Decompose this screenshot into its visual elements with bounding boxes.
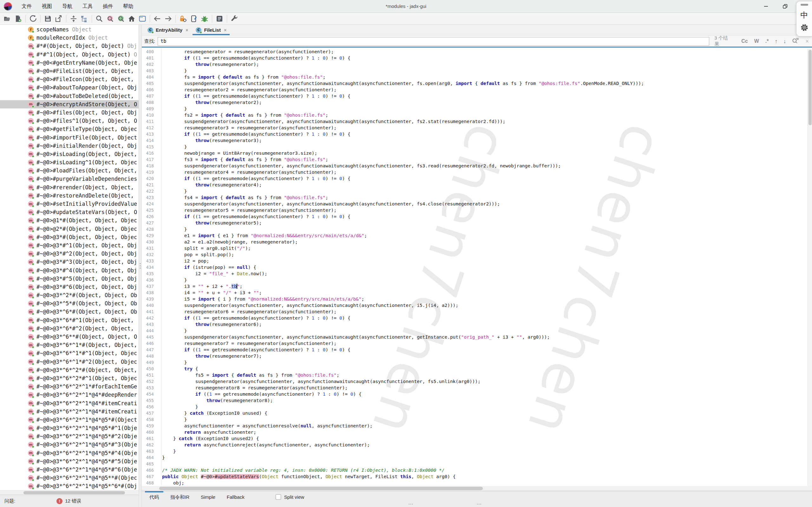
debugger-icon[interactable] [199, 14, 210, 23]
tree-item[interactable]: m#~@0>#getFileType(Object, Objec [0, 125, 139, 133]
tree-item[interactable]: m#~@0>#loadFiles(Object, Object, [0, 166, 139, 175]
code-line[interactable]: 460 return asyncfunctionenter; [142, 429, 812, 435]
code-line[interactable]: 425 resumegenerator5 = resumegenerator(a… [142, 207, 812, 213]
tree-item[interactable]: m#~@0>@3*^6*^2*^1*@4*#itemCreati [0, 399, 139, 407]
menu-item-0[interactable]: 文件 [16, 3, 37, 9]
ime-settings-gear-icon[interactable] [800, 23, 809, 33]
resize-dots-icon[interactable]: ⋯ [476, 501, 482, 507]
menu-item-3[interactable]: 工具 [77, 3, 98, 9]
tree-item[interactable]: m#~@0>@3*^6*^2*^1*@4*@5*#^4(Obje [0, 449, 139, 457]
tree-item[interactable]: m#~@0>@3*^6*^2*^1*#forEachItemGe [0, 382, 139, 391]
code-line[interactable]: 433 i2 = pop; [142, 258, 812, 264]
tree-item[interactable]: m#~@0>#files(Object, Object, Obj [0, 108, 139, 117]
class-search-icon[interactable] [115, 14, 126, 23]
scrollbar-thumb[interactable] [809, 50, 812, 125]
tree-item[interactable]: m#~@0>@3*^2*#(Object, Object, Ob [0, 291, 139, 299]
tree-item[interactable]: m#~@0>@3*^6*^2*^1*@4*@5*^6*#(Obj [0, 482, 139, 490]
code-line[interactable]: 413 if ((1 == getresumemode(asyncfunctio… [142, 131, 812, 137]
tree-item[interactable]: m#~@0>#importFile(Object, Object [0, 133, 139, 142]
code-line[interactable]: 447 if ((1 == getresumemode(asyncfunctio… [142, 347, 812, 353]
tab-close-icon[interactable]: × [185, 27, 188, 33]
tree-item[interactable]: m#~@0>#setInitiallyProvidedValue [0, 200, 139, 208]
code-line[interactable]: 407 if ((1 == getresumemode(asyncfunctio… [142, 93, 812, 99]
tree-item[interactable]: m#~@0>#isLoading^1(Object, Objec [0, 158, 139, 166]
menu-item-1[interactable]: 视图 [37, 3, 57, 9]
code-line[interactable]: 431 split = arg0.split("/"); [142, 245, 812, 251]
tree-item[interactable]: m#~@0>@3*^5*#(Object, Object, Ob [0, 299, 139, 307]
ime-mode-button[interactable]: 中 [801, 11, 808, 19]
resize-dots-icon[interactable]: ⋯ [408, 501, 414, 507]
code-line[interactable]: 406 resumegenerator2 = resumegenerator(a… [142, 87, 812, 93]
tree-item[interactable]: m#~@0>#updateStateVars(Object, O [0, 208, 139, 216]
tab-filelist[interactable]: CFileList× [192, 25, 230, 35]
tree-item[interactable]: m#~@0>@3*#(Object, Object, Objec [0, 233, 139, 241]
tree-icon[interactable] [79, 14, 90, 23]
tree-item[interactable]: m#*#(Object, Object, Object)Obj [0, 42, 139, 50]
add-file-icon[interactable] [13, 14, 23, 23]
code-line[interactable]: 402 throw(resumegenerator); [142, 61, 812, 67]
tree-item[interactable]: m#~@0<#getEntryName(Object, Obje [0, 59, 139, 67]
code-line[interactable]: 458 } [142, 416, 812, 422]
forward-icon[interactable] [163, 14, 173, 23]
tree-item[interactable]: m#~@0>#rerender(Object, Object, [0, 183, 139, 191]
save-all-icon[interactable] [43, 14, 53, 23]
tree-item[interactable]: m#~@0>@3*#^4(Object, Object, Obj [0, 266, 139, 274]
code-line[interactable]: 428 } [142, 226, 812, 232]
flat-packages-icon[interactable] [68, 14, 79, 23]
code-line[interactable]: 457 } catch (ExceptionI0 unused) { [142, 410, 812, 416]
code-line[interactable]: 436 } [142, 277, 812, 283]
restore-button[interactable] [780, 2, 790, 11]
code-line[interactable]: 453 resumegenerator8 = resumegenerator(a… [142, 385, 812, 391]
code-line[interactable]: 414 throw(resumegenerator3); [142, 137, 812, 144]
new-window-icon[interactable] [137, 14, 148, 23]
code-line[interactable]: 403 } [142, 67, 812, 74]
tree-item[interactable]: m#~@0>@3*#^5(Object, Object, Obj [0, 275, 139, 283]
code-line[interactable]: 456 } [142, 404, 812, 410]
code-line[interactable]: 465 [142, 461, 812, 467]
view-tab-代码[interactable]: 代码 [144, 491, 165, 503]
tree-item[interactable]: m#~@0>@3*^6*^2*^1*@4*@5**#(Objec [0, 474, 139, 482]
tree-item[interactable]: m#~@0>@3*^6*#(Object, Object, Ob [0, 307, 139, 316]
code-line[interactable]: 424 suspendgenerator(asyncfunctionenter,… [142, 201, 812, 207]
tree-item[interactable]: m#~@0>@3*^6*#^2(Object, Object, [0, 324, 139, 333]
tree-item[interactable]: m#~@0>@3*^6*^2*^1*@4*@5*#(Object [0, 416, 139, 424]
code-line[interactable]: 441 resumegenerator6 = resumegenerator(a… [142, 308, 812, 315]
code-line[interactable]: 400 resumegenerator = resumegenerator(as… [142, 49, 812, 55]
divider-grip-icon[interactable] [140, 263, 141, 269]
code-line[interactable]: 419 resumegenerator4 = resumegenerator(a… [142, 169, 812, 175]
code-line[interactable]: 408 throw(resumegenerator2); [142, 99, 812, 106]
log-viewer-icon[interactable] [214, 14, 225, 23]
code-line[interactable]: 417 fs3 = import { default as fs } from … [142, 156, 812, 163]
code-line[interactable]: 437 i3 = "" + i2 + ".tb"; [142, 283, 812, 289]
code-line[interactable]: 442 if ((1 == getresumemode(asyncfunctio… [142, 315, 812, 321]
menu-item-4[interactable]: 插件 [98, 3, 118, 9]
tree-item[interactable]: m#~@0>#aboutToBeDeleted(Object, [0, 92, 139, 100]
tree-item[interactable]: m#~@0>@3*^6*^2*^1*@4*@5*#^1(Obje [0, 424, 139, 432]
view-tab-Simple[interactable]: Simple [195, 491, 221, 503]
code-line[interactable]: 451 fs5 = import { default as fs } from … [142, 372, 812, 378]
sidebar-horizontal-scrollbar[interactable] [0, 490, 139, 495]
code-line[interactable]: 416 newobjrange = Uint8Array(resumegener… [142, 150, 812, 156]
split-divider[interactable] [139, 25, 142, 507]
tree-item[interactable]: m#~@0>@3*^6**#(Object, Object, O [0, 333, 139, 341]
code-line[interactable]: 434 if (istrue(pop) == null) { [142, 264, 812, 271]
search-close-button[interactable]: × [805, 38, 809, 45]
code-line[interactable]: 405 suspendgenerator(asyncfunctionenter,… [142, 80, 812, 87]
tree-item[interactable]: m#~@0>@3*^6*^2*^1*@4*#itemCreati [0, 407, 139, 416]
code-line[interactable]: 426 if ((1 == getresumemode(asyncfunctio… [142, 213, 812, 220]
reload-icon[interactable] [28, 14, 38, 23]
code-line[interactable]: 461 } catch (ExceptionI0 unused2) { [142, 435, 812, 442]
code-line[interactable]: 446 resumegenerator7 = resumegenerator(a… [142, 340, 812, 347]
view-tab-指令和IR[interactable]: 指令和IR [165, 491, 195, 503]
match-case-toggle[interactable]: Cc [741, 38, 748, 44]
tree-item[interactable]: m#~@0>@3*^6*^2*#(Object, Object, [0, 366, 139, 374]
code-line[interactable]: 422 } [142, 188, 812, 194]
menu-item-2[interactable]: 导航 [57, 3, 77, 9]
code-line[interactable]: 430 a2 = e1.a2(newobjrange, resumegenera… [142, 239, 812, 245]
code-line[interactable]: 443 throw(resumegenerator6); [142, 321, 812, 328]
tree-item[interactable]: m#~@0>@3*^6*^2*^1*@4*#deepRender [0, 391, 139, 399]
split-view-toggle[interactable]: Split view [276, 494, 304, 500]
tree-item[interactable]: m#~@0>@3*^6*^2*^1*@4*@5*#^2(Obje [0, 432, 139, 440]
find-next-button[interactable]: ↓ [783, 38, 786, 45]
minimize-button[interactable] [761, 2, 771, 11]
